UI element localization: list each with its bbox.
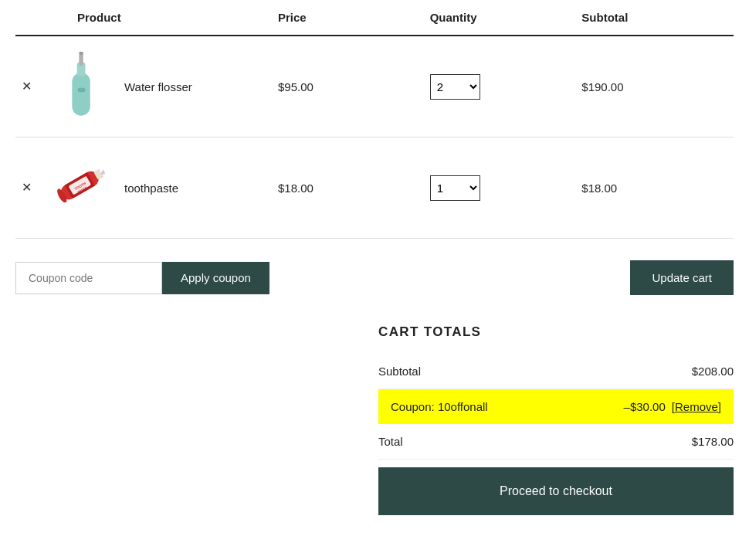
toothpaste-subtotal: $18.00 [581,182,734,195]
svg-rect-4 [77,88,85,92]
water-flosser-quantity-select[interactable]: 1 2 3 4 [430,74,480,100]
header-quantity: Quantity [430,11,582,24]
water-flosser-subtotal: $190.00 [581,80,734,93]
water-flosser-image [50,52,112,121]
cart-totals-title: CART TOTALS [378,324,734,340]
remove-toothpaste-button[interactable]: ✕ [15,178,38,197]
subtotal-row: Subtotal $208.00 [378,354,734,389]
product-cell-water-flosser: ✕ Water flosser [15,52,278,121]
proceed-to-checkout-button[interactable]: Proceed to checkout [378,467,734,515]
product-cell-toothpaste: ✕ TOOTH PASTE [15,153,278,222]
svg-rect-0 [72,73,90,116]
total-row: Total $178.00 [378,424,734,460]
toothpaste-quantity-select[interactable]: 1 2 3 [430,175,480,201]
water-flosser-quantity-cell: 1 2 3 4 [430,74,582,100]
update-cart-button[interactable]: Update cart [630,260,734,295]
toothpaste-price: $18.00 [278,182,430,195]
subtotal-label: Subtotal [378,365,421,378]
coupon-discount-row: Coupon: 10offonall –$30.00 [Remove] [378,389,734,424]
header-price: Price [278,11,430,24]
coupon-discount-cell: –$30.00 [Remove] [624,400,721,413]
coupon-input[interactable] [15,262,162,294]
remove-water-flosser-button[interactable]: ✕ [15,77,38,96]
water-flosser-name: Water flosser [124,80,192,93]
water-flosser-price: $95.00 [278,80,430,93]
header-product: Product [15,11,278,24]
apply-coupon-button[interactable]: Apply coupon [162,262,269,294]
subtotal-value: $208.00 [692,365,734,378]
total-value: $178.00 [692,435,734,448]
cart-row-toothpaste: ✕ TOOTH PASTE [15,137,734,239]
header-subtotal: Subtotal [581,11,734,24]
toothpaste-quantity-cell: 1 2 3 [430,175,582,201]
coupon-row: Apply coupon Update cart [15,239,734,317]
svg-rect-2 [79,53,83,66]
coupon-left-section: Apply coupon [15,262,269,294]
coupon-discount-amount: –$30.00 [624,400,666,413]
total-label: Total [378,435,403,448]
toothpaste-name: toothpaste [124,182,178,195]
remove-coupon-link[interactable]: [Remove] [672,400,721,413]
cart-table-header: Product Price Quantity Subtotal [15,0,734,36]
cart-totals-section: CART TOTALS Subtotal $208.00 Coupon: 10o… [378,317,734,546]
toothpaste-image: TOOTH PASTE [50,153,112,222]
cart-row-water-flosser: ✕ Water flosser $95.00 [15,36,734,137]
coupon-label: Coupon: 10offonall [391,400,488,413]
